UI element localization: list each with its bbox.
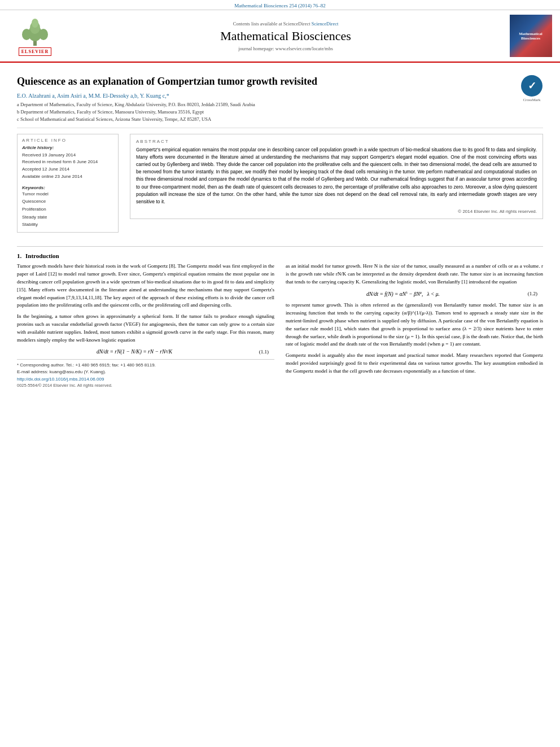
history-label: Article history:	[22, 145, 113, 150]
footer-copyright: 0025-5564/© 2014 Elsevier Inc. All right…	[17, 383, 274, 388]
crossmark-text: CrossMark	[523, 98, 540, 102]
equation-1-block: dN/dt = rN(1 − N/K) = rN − rN²/K (1.1)	[17, 349, 274, 355]
intro-title: Introduction	[25, 252, 59, 259]
keywords-label: Keywords:	[22, 185, 113, 190]
intro-number: 1.	[17, 252, 21, 259]
homepage-link[interactable]: journal homepage: www.elsevier.com/locat…	[238, 46, 333, 51]
journal-bar: Mathematical Biosciences 254 (2014) 76–8…	[0, 0, 560, 10]
article-title: Quiescence as an explanation of Gompertz…	[17, 75, 515, 88]
affiliation-b: b Department of Mathematics, Faculty of …	[17, 108, 515, 116]
abstract-heading: ABSTRACT	[136, 139, 537, 144]
mb-logo-section: MathematicalBiosciences	[508, 15, 553, 57]
keyword-2: Quiescence	[22, 198, 113, 206]
accepted-date: Accepted 12 June 2014	[22, 166, 113, 173]
body-left-column: Tumor growth models have their historica…	[17, 263, 274, 388]
keyword-3: Proliferation	[22, 206, 113, 213]
article-info-heading: ARTICLE INFO	[22, 138, 113, 143]
abstract-box: ABSTRACT Gompertz's empirical equation r…	[130, 134, 543, 219]
sciencedirect-link[interactable]: ScienceDirect	[312, 21, 339, 27]
crossmark-icon: ✓	[521, 75, 542, 97]
body-para-1: Tumor growth models have their historica…	[17, 263, 274, 310]
svg-point-3	[32, 19, 38, 28]
abstract-text: Gompertz's empirical equation remains th…	[136, 146, 537, 206]
keyword-4: Steady state	[22, 213, 113, 221]
keyword-5: Stability	[22, 221, 113, 229]
email-address: E-mail address: kuang@asu.edu (Y. Kuang)…	[17, 369, 274, 375]
intro-heading: 1. Introduction	[17, 252, 543, 259]
keywords-section: Keywords: Tumor model Quiescence Prolife…	[22, 185, 113, 229]
affiliation-c: c School of Mathematical and Statistical…	[17, 116, 515, 123]
keyword-1: Tumor model	[22, 190, 113, 198]
equation-1-number: (1.1)	[246, 349, 269, 355]
right-para-1: as an initial model for tumor growth. He…	[286, 263, 543, 286]
equation-2-number: (1.2)	[515, 291, 537, 296]
elsevier-wordmark: ELSEVIER	[19, 47, 51, 56]
abstract-column: ABSTRACT Gompertz's empirical equation r…	[130, 134, 543, 238]
info-abstract-section: ARTICLE INFO Article history: Received 1…	[17, 134, 543, 238]
svg-point-5	[39, 29, 48, 40]
main-content: Quiescence as an explanation of Gompertz…	[0, 63, 560, 394]
doi-link[interactable]: http://dx.doi.org/10.1016/j.mbs.2014.06.…	[17, 377, 104, 382]
footnote-section: * Corresponding author. Tel.: +1 480 965…	[17, 359, 274, 388]
section-divider	[17, 246, 543, 247]
article-title-section: Quiescence as an explanation of Gompertz…	[17, 68, 543, 128]
body-right-column: as an initial model for tumor growth. He…	[286, 263, 543, 388]
crossmark-section: ✓ CrossMark	[520, 75, 543, 102]
svg-point-4	[22, 29, 31, 40]
body-para-2: In the beginning, a tumor often grows in…	[17, 313, 274, 344]
mb-logo-image: MathematicalBiosciences	[510, 15, 552, 57]
journal-homepage: journal homepage: www.elsevier.com/locat…	[69, 46, 502, 51]
article-title-text: Quiescence as an explanation of Gompertz…	[17, 75, 515, 123]
article-info-box: ARTICLE INFO Article history: Received 1…	[17, 134, 119, 233]
journal-reference-link[interactable]: Mathematical Biosciences 254 (2014) 76–8…	[234, 3, 325, 8]
equation-2-formula: dN/dt = f(N) = αNλ − βNμ, λ < μ.	[291, 291, 515, 297]
abstract-copyright: © 2014 Elsevier Inc. All rights reserved…	[136, 209, 537, 214]
equation-2-block: dN/dt = f(N) = αNλ − βNμ, λ < μ. (1.2)	[286, 291, 543, 297]
revised-date: Received in revised form 6 June 2014	[22, 159, 113, 166]
corresponding-author: * Corresponding author. Tel.: +1 480 965…	[17, 362, 274, 369]
equation-1-formula: dN/dt = rN(1 − N/K) = rN − rN²/K	[23, 349, 246, 355]
body-section: Tumor growth models have their historica…	[17, 263, 543, 388]
sciencedirect-text: Contents lists available at ScienceDirec…	[69, 21, 502, 27]
right-para-3: Gompertz model is arguably also the most…	[286, 352, 543, 375]
journal-header: ELSEVIER Contents lists available at Sci…	[0, 10, 560, 63]
authors: E.O. Alzahrani a, Asim Asiri a, M.M. El-…	[17, 93, 515, 99]
available-date: Available online 23 June 2014	[22, 173, 113, 181]
journal-title-section: Contents lists available at ScienceDirec…	[69, 21, 502, 51]
affiliations: a Department of Mathematics, Faculty of …	[17, 101, 515, 123]
right-para-2: to represent tumor growth. This is often…	[286, 302, 543, 349]
elsevier-logo-section: ELSEVIER	[7, 16, 63, 56]
received-date: Received 19 January 2014	[22, 152, 113, 159]
article-info-column: ARTICLE INFO Article history: Received 1…	[17, 134, 119, 238]
journal-title: Mathematical Biosciences	[69, 29, 502, 43]
affiliation-a: a Department of Mathematics, Faculty of …	[17, 101, 515, 108]
elsevier-tree-icon	[15, 16, 55, 47]
